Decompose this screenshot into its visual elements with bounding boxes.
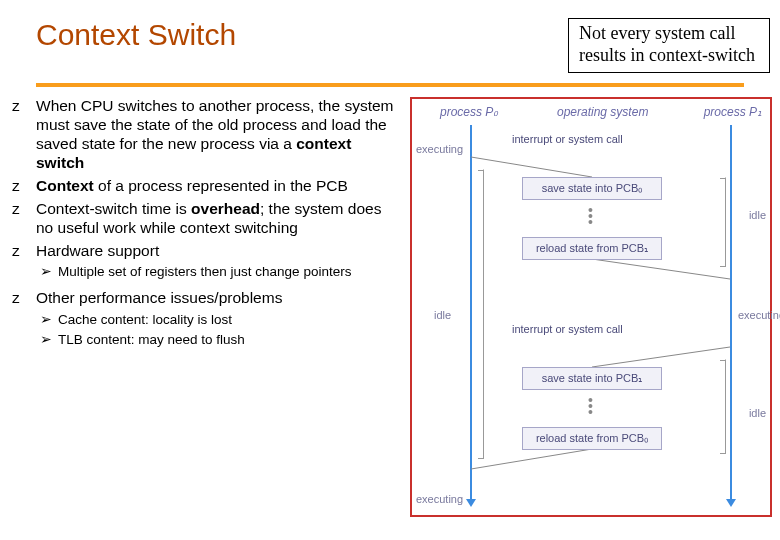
bullet-marker: z	[10, 289, 36, 308]
diagram-state-idle: idle	[749, 407, 766, 419]
diagram-state-executing: executing	[738, 309, 780, 321]
diagram-label-interrupt: interrupt or system call	[512, 133, 623, 145]
bullet-text: Context-switch time is overhead; the sys…	[36, 200, 402, 238]
bullet-item: z Context-switch time is overhead; the s…	[10, 200, 402, 238]
bullet-item: z When CPU switches to another process, …	[10, 97, 402, 173]
svg-line-3	[471, 449, 592, 469]
diagram-state-executing: executing	[416, 493, 463, 505]
bullet-text: Hardware support	[36, 242, 402, 261]
diagram-header-p1: process P₁	[704, 105, 762, 119]
dots-icon: •••	[588, 207, 593, 225]
bullet-item: z Context of a process represented in th…	[10, 177, 402, 196]
callout-note: Not every system call results in context…	[568, 18, 770, 73]
sub-list: ➢ Cache content: locality is lost ➢ TLB …	[10, 312, 402, 349]
bullet-marker: z	[10, 97, 36, 173]
diagram-box-save-pcb0: save state into PCB₀	[522, 177, 662, 200]
svg-line-0	[471, 157, 592, 177]
slide-title: Context Switch	[36, 18, 236, 52]
sub-list: ➢ Multiple set of registers then just ch…	[10, 264, 402, 281]
diagram-header-p0: process P₀	[440, 105, 498, 119]
bullet-text: Context of a process represented in the …	[36, 177, 402, 196]
timeline-p1	[730, 125, 732, 505]
bullet-item: z Other performance issues/problems	[10, 289, 402, 308]
bullet-text: Other performance issues/problems	[36, 289, 402, 308]
text-run: of a process represented in the PCB	[94, 177, 348, 194]
context-switch-diagram: process P₀ operating system process P₁ i…	[410, 97, 772, 517]
arrowhead-icon	[726, 499, 736, 507]
bullet-marker: z	[10, 242, 36, 261]
diagram-header-os: operating system	[557, 105, 648, 119]
diagram-box-save-pcb1: save state into PCB₁	[522, 367, 662, 390]
dots-icon: •••	[588, 397, 593, 415]
connector-lines	[412, 99, 770, 515]
sub-marker: ➢	[40, 312, 58, 329]
brace-icon	[718, 177, 726, 267]
note-line-2: results in context-switch	[579, 45, 759, 67]
brace-icon	[476, 169, 484, 459]
text-bold: overhead	[191, 200, 260, 217]
diagram-box-reload-pcb0: reload state from PCB₀	[522, 427, 662, 450]
bullet-marker: z	[10, 177, 36, 196]
sub-item: ➢ Cache content: locality is lost	[40, 312, 402, 329]
text-bold: Context	[36, 177, 94, 194]
arrowhead-icon	[466, 499, 476, 507]
note-line-1: Not every system call	[579, 23, 759, 45]
diagram-box-reload-pcb1: reload state from PCB₁	[522, 237, 662, 260]
brace-icon	[718, 359, 726, 454]
bullet-item: z Hardware support	[10, 242, 402, 261]
timeline-p0	[470, 125, 472, 505]
diagram-label-interrupt: interrupt or system call	[512, 323, 623, 335]
sub-item: ➢ Multiple set of registers then just ch…	[40, 264, 402, 281]
sub-marker: ➢	[40, 332, 58, 349]
bullet-text: When CPU switches to another process, th…	[36, 97, 402, 173]
diagram-state-idle: idle	[434, 309, 451, 321]
svg-line-2	[592, 347, 730, 367]
diagram-state-executing: executing	[416, 143, 463, 155]
diagram-state-idle: idle	[749, 209, 766, 221]
bullet-list: z When CPU switches to another process, …	[10, 97, 402, 517]
sub-text: TLB content: may need to flush	[58, 332, 245, 349]
text-run: Context-switch time is	[36, 200, 191, 217]
sub-text: Multiple set of registers then just chan…	[58, 264, 351, 281]
bullet-marker: z	[10, 200, 36, 238]
sub-item: ➢ TLB content: may need to flush	[40, 332, 402, 349]
svg-line-1	[592, 259, 730, 279]
sub-marker: ➢	[40, 264, 58, 281]
sub-text: Cache content: locality is lost	[58, 312, 232, 329]
